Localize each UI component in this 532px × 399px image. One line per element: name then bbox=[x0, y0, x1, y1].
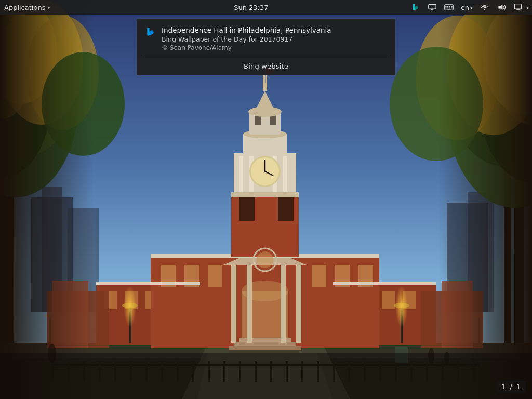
svg-rect-85 bbox=[296, 265, 301, 343]
svg-rect-67 bbox=[382, 291, 395, 309]
svg-rect-157 bbox=[515, 10, 521, 10]
topbar: Applications ▾ Sun 23:37 bbox=[0, 0, 532, 15]
display-icon[interactable] bbox=[425, 2, 439, 13]
bing-wallpaper-subtitle: Bing Wallpaper of the Day for 20170917 bbox=[162, 35, 331, 43]
system-menu-icon[interactable] bbox=[511, 2, 525, 13]
svg-rect-95 bbox=[231, 192, 299, 197]
svg-rect-89 bbox=[332, 282, 436, 285]
svg-rect-146 bbox=[451, 6, 452, 7]
svg-rect-156 bbox=[516, 9, 520, 10]
svg-rect-149 bbox=[449, 7, 450, 8]
svg-rect-151 bbox=[446, 9, 451, 10]
keyboard-icon[interactable] bbox=[442, 2, 456, 13]
language-selector[interactable]: en ▾ bbox=[459, 3, 475, 12]
page-current: 1 bbox=[501, 383, 506, 391]
svg-rect-84 bbox=[281, 265, 286, 343]
svg-rect-158 bbox=[148, 28, 150, 36]
system-chevron-icon: ▾ bbox=[526, 5, 529, 10]
language-chevron-icon: ▾ bbox=[470, 5, 473, 10]
volume-icon[interactable] bbox=[495, 2, 508, 13]
svg-rect-155 bbox=[515, 4, 522, 9]
svg-rect-108 bbox=[255, 115, 261, 125]
bing-wallpaper-credit: © Sean Pavone/Alamy bbox=[162, 44, 331, 51]
svg-rect-144 bbox=[447, 6, 448, 7]
topbar-left: Applications ▾ bbox=[0, 4, 94, 11]
svg-rect-147 bbox=[445, 7, 446, 8]
page-separator: / bbox=[510, 383, 514, 391]
bing-popup-header: Independence Hall in Philadelphia, Penns… bbox=[145, 26, 387, 51]
topbar-center: Sun 23:37 bbox=[94, 4, 409, 11]
svg-rect-143 bbox=[445, 6, 446, 7]
svg-rect-145 bbox=[449, 6, 450, 7]
bing-logo-icon bbox=[145, 26, 156, 38]
svg-rect-92 bbox=[239, 197, 255, 221]
bing-icon[interactable] bbox=[409, 2, 422, 13]
svg-rect-83 bbox=[247, 265, 252, 343]
svg-rect-82 bbox=[231, 265, 236, 343]
bing-website-button[interactable]: Bing website bbox=[145, 57, 387, 75]
svg-rect-73 bbox=[208, 265, 222, 287]
network-icon[interactable] bbox=[478, 2, 491, 13]
page-counter: 1 / 1 bbox=[496, 381, 526, 393]
svg-rect-141 bbox=[430, 10, 434, 10]
svg-point-122 bbox=[395, 286, 408, 327]
topbar-right: en ▾ bbox=[409, 2, 532, 13]
svg-rect-109 bbox=[270, 115, 276, 125]
language-label: en bbox=[461, 4, 469, 11]
svg-rect-88 bbox=[96, 282, 200, 285]
svg-point-116 bbox=[257, 251, 273, 268]
applications-arrow-icon: ▾ bbox=[47, 5, 50, 10]
svg-rect-135 bbox=[0, 0, 94, 399]
svg-rect-137 bbox=[0, 353, 532, 399]
page-total: 1 bbox=[516, 383, 521, 391]
svg-rect-150 bbox=[451, 7, 452, 8]
svg-rect-74 bbox=[312, 265, 326, 287]
svg-rect-140 bbox=[431, 9, 433, 10]
svg-point-153 bbox=[484, 9, 485, 10]
svg-rect-136 bbox=[438, 0, 532, 399]
svg-point-119 bbox=[124, 286, 136, 327]
svg-rect-93 bbox=[278, 197, 294, 221]
svg-rect-138 bbox=[413, 4, 415, 10]
bing-info-popup: Independence Hall in Philadelphia, Penns… bbox=[137, 19, 395, 75]
bing-wallpaper-title: Independence Hall in Philadelphia, Penns… bbox=[162, 26, 331, 34]
bing-text-block: Independence Hall in Philadelphia, Penns… bbox=[162, 26, 331, 51]
svg-rect-80 bbox=[234, 342, 296, 346]
svg-rect-81 bbox=[229, 346, 301, 350]
svg-rect-96 bbox=[239, 156, 243, 192]
svg-rect-99 bbox=[283, 156, 287, 192]
applications-menu[interactable]: Applications bbox=[4, 4, 45, 11]
svg-rect-139 bbox=[428, 4, 435, 9]
svg-marker-154 bbox=[498, 4, 502, 10]
svg-rect-148 bbox=[447, 7, 448, 8]
datetime-label: Sun 23:37 bbox=[234, 4, 268, 11]
